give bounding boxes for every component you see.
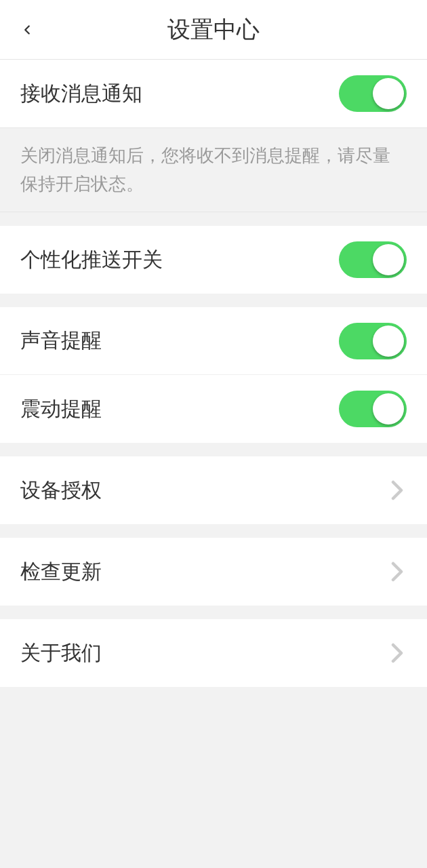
toggle-thumb [373, 78, 404, 109]
toggle-thumb [373, 393, 404, 425]
back-button[interactable] [14, 16, 41, 43]
divider-1 [0, 212, 427, 226]
toggle-thumb [373, 326, 404, 357]
page-wrapper: 设置中心 接收消息通知 关闭消息通知后，您将收不到消息提醒，请尽量保持开启状态。… [0, 0, 427, 868]
sound-alert-toggle[interactable] [339, 323, 407, 359]
vibration-alert-label: 震动提醒 [20, 395, 102, 423]
check-update-label: 检查更新 [20, 558, 102, 586]
personalized-push-item: 个性化推送开关 [0, 226, 427, 294]
footer-area: 用户协议 | 隐私政策 [0, 687, 427, 868]
receive-notification-item: 接收消息通知 [0, 60, 427, 127]
check-update-item[interactable]: 检查更新 [0, 538, 427, 606]
receive-notification-label: 接收消息通知 [20, 80, 142, 108]
notice-text: 关闭消息通知后，您将收不到消息提醒，请尽量保持开启状态。 [20, 142, 407, 198]
divider-3 [0, 443, 427, 456]
device-auth-section: 设备授权 [0, 456, 427, 524]
vibration-alert-item: 震动提醒 [0, 375, 427, 443]
personalized-push-toggle[interactable] [339, 241, 407, 278]
chevron-icon [388, 562, 407, 581]
about-us-section: 关于我们 [0, 619, 427, 687]
divider-2 [0, 294, 427, 307]
divider-4 [0, 524, 427, 538]
sound-alert-section: 声音提醒 震动提醒 [0, 307, 427, 443]
vibration-alert-toggle[interactable] [339, 391, 407, 427]
about-us-label: 关于我们 [20, 639, 102, 667]
sound-alert-item: 声音提醒 [0, 307, 427, 375]
receive-notification-toggle[interactable] [339, 75, 407, 112]
divider-5 [0, 606, 427, 619]
personalized-push-section: 个性化推送开关 [0, 226, 427, 294]
sound-alert-label: 声音提醒 [20, 327, 102, 355]
chevron-icon [388, 481, 407, 500]
content-area: 接收消息通知 关闭消息通知后，您将收不到消息提醒，请尽量保持开启状态。 个性化推… [0, 60, 427, 868]
receive-notification-section: 接收消息通知 [0, 60, 427, 127]
device-auth-item[interactable]: 设备授权 [0, 456, 427, 524]
notice-section: 关闭消息通知后，您将收不到消息提醒，请尽量保持开启状态。 [0, 127, 427, 212]
page-title: 设置中心 [167, 14, 260, 45]
personalized-push-label: 个性化推送开关 [20, 246, 163, 274]
about-us-item[interactable]: 关于我们 [0, 619, 427, 687]
check-update-section: 检查更新 [0, 538, 427, 606]
device-auth-label: 设备授权 [20, 477, 102, 505]
toggle-thumb [373, 244, 404, 275]
header: 设置中心 [0, 0, 427, 60]
chevron-icon [388, 644, 407, 663]
